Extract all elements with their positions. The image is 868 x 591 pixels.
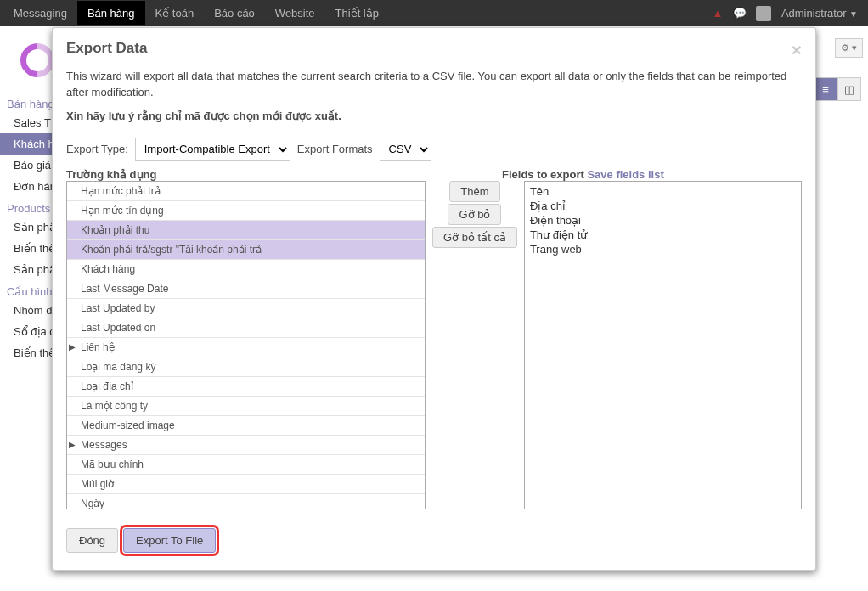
modal-title: Export Data	[66, 40, 147, 57]
selected-field-row[interactable]: Thư điện tử	[530, 228, 796, 242]
fields-to-export-header: Fields to export Save fields list	[502, 168, 664, 181]
export-options-row: Export Type: Import-Compatible Export Ex…	[66, 138, 802, 161]
available-field-row[interactable]: Last Updated on	[67, 318, 425, 338]
add-button[interactable]: Thêm	[449, 181, 499, 202]
available-field-row[interactable]: Mã bưu chính	[67, 455, 425, 475]
field-label: Khoản phải thu	[81, 224, 149, 236]
save-fields-link[interactable]: Save fields list	[587, 168, 663, 181]
available-field-row[interactable]: Hạn mức tín dụng	[67, 201, 425, 221]
close-icon[interactable]: ×	[792, 40, 802, 60]
available-field-row[interactable]: ▶Liên hệ	[67, 338, 425, 357]
modal-backdrop: Export Data × This wizard will export al…	[0, 0, 868, 591]
field-label: Loại địa chỉ	[81, 380, 133, 392]
field-label: Ngày	[81, 498, 104, 509]
field-label: Mã bưu chính	[81, 459, 144, 470]
modal-description: This wizard will export all data that ma…	[66, 69, 802, 101]
selected-field-row[interactable]: Điện thoại	[530, 213, 796, 228]
available-field-row[interactable]: Loại mã đăng ký	[67, 357, 425, 377]
available-field-row[interactable]: Medium-sized image	[67, 416, 425, 436]
export-to-file-button[interactable]: Export To File	[123, 528, 216, 553]
export-modal: Export Data × This wizard will export al…	[52, 27, 816, 571]
remove-button[interactable]: Gỡ bỏ	[448, 204, 501, 225]
field-label: Medium-sized image	[81, 419, 175, 431]
close-button[interactable]: Đóng	[66, 528, 118, 553]
available-field-row[interactable]: Hạn mức phải trả	[67, 182, 425, 201]
field-label: Liên hệ	[81, 341, 115, 353]
field-label: Hạn mức tín dụng	[81, 205, 164, 217]
available-fields-header: Trường khả dụng	[66, 168, 426, 181]
available-field-row[interactable]: Là một công ty	[67, 397, 425, 416]
export-formats-select[interactable]: CSV	[380, 138, 431, 161]
selected-field-row[interactable]: Địa chỉ	[530, 199, 796, 213]
expand-icon[interactable]: ▶	[69, 342, 76, 352]
available-field-row[interactable]: Loại địa chỉ	[67, 377, 425, 397]
expand-icon[interactable]: ▶	[69, 440, 76, 449]
selected-field-row[interactable]: Trang web	[530, 242, 796, 256]
available-field-row[interactable]: Last Updated by	[67, 299, 425, 318]
available-field-row[interactable]: Múi giờ	[67, 475, 425, 494]
field-label: Là một công ty	[81, 400, 148, 412]
available-field-row[interactable]: Khoản phải trả/sgstr "Tài khoản phải trả	[67, 240, 425, 260]
selected-field-row[interactable]: Tên	[530, 184, 796, 199]
field-label: Khoản phải trả/sgstr "Tài khoản phải trả	[81, 244, 262, 256]
field-label: Loại mã đăng ký	[81, 361, 155, 373]
available-field-row[interactable]: ▶Messages	[67, 436, 425, 455]
field-label: Last Updated by	[81, 302, 155, 314]
available-field-row[interactable]: Ngày	[67, 494, 425, 509]
modal-warning: Xin hãy lưu ý rằng chỉ mã được chọn mới …	[66, 110, 802, 122]
field-label: Khách hàng	[81, 263, 135, 275]
export-formats-label: Export Formats	[297, 143, 373, 155]
available-fields-list[interactable]: Hạn mức phải trảHạn mức tín dụngKhoản ph…	[66, 181, 426, 509]
field-label: Last Updated on	[81, 322, 155, 334]
available-field-row[interactable]: Khách hàng	[67, 260, 425, 279]
field-label: Hạn mức phải trả	[81, 185, 161, 197]
export-type-select[interactable]: Import-Compatible Export	[135, 138, 290, 161]
available-field-row[interactable]: Khoản phải thu	[67, 221, 425, 240]
selected-fields-list[interactable]: TênĐịa chỉĐiện thoạiThư điện tửTrang web	[524, 181, 802, 509]
available-field-row[interactable]: Last Message Date	[67, 279, 425, 299]
field-label: Last Message Date	[81, 283, 168, 295]
field-label: Messages	[81, 439, 127, 451]
remove-all-button[interactable]: Gỡ bỏ tất cả	[432, 227, 517, 248]
export-type-label: Export Type:	[66, 143, 128, 155]
field-label: Múi giờ	[81, 478, 114, 490]
